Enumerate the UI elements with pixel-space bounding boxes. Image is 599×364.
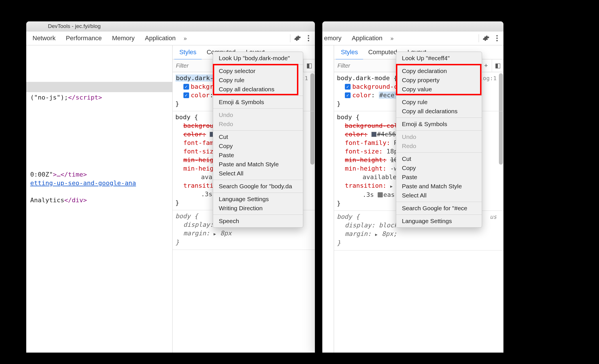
context-menu-value: Look Up "#eceff4" Copy declaration Copy … xyxy=(396,52,482,228)
ctx-paste[interactable]: Paste xyxy=(396,173,482,182)
svg-point-5 xyxy=(496,40,498,41)
kebab-icon[interactable] xyxy=(303,33,314,44)
elements-pane-sliver xyxy=(322,45,334,353)
ctx-undo: Undo xyxy=(396,132,482,141)
ctx-paste-match-style[interactable]: Paste and Match Style xyxy=(213,160,303,169)
ctx-copy-property[interactable]: Copy property xyxy=(396,76,482,85)
svg-point-0 xyxy=(308,35,309,37)
source-link[interactable]: etting-up-seo-and-google-ana xyxy=(30,179,136,187)
tab-network[interactable]: Network xyxy=(27,31,61,45)
ctx-lookup[interactable]: Look Up "#eceff4" xyxy=(396,54,482,63)
ua-label: us xyxy=(490,213,497,221)
tabs-overflow-icon[interactable]: » xyxy=(181,35,190,42)
window-title: DevTools - jec.fyi/blog xyxy=(48,23,101,29)
ctx-paste[interactable]: Paste xyxy=(213,151,303,160)
ctx-copy[interactable]: Copy xyxy=(213,141,303,151)
source-code: ("no-js");</script> 0:00Z">…</time> etti… xyxy=(30,93,136,205)
ctx-cut[interactable]: Cut xyxy=(396,154,482,163)
subtab-styles[interactable]: Styles xyxy=(336,45,363,60)
ctx-copy-all-declarations[interactable]: Copy all declarations xyxy=(213,85,303,94)
ctx-select-all[interactable]: Select All xyxy=(213,169,303,178)
checkbox-icon[interactable]: ✓ xyxy=(345,84,351,90)
ctx-copy-declaration[interactable]: Copy declaration xyxy=(396,66,482,76)
checkbox-icon[interactable]: ✓ xyxy=(183,92,189,98)
checkbox-icon[interactable]: ✓ xyxy=(345,92,351,98)
toggle-sidebar-icon[interactable]: ◧ xyxy=(492,59,503,72)
gear-icon[interactable] xyxy=(292,33,303,44)
ctx-emoji[interactable]: Emoji & Symbols xyxy=(396,120,482,129)
svg-point-3 xyxy=(496,35,498,37)
ctx-copy[interactable]: Copy xyxy=(396,163,482,173)
ctx-writing-direction[interactable]: Writing Direction xyxy=(213,204,303,213)
tab-performance[interactable]: Performance xyxy=(61,31,107,45)
main-tabs: emory Application » xyxy=(322,31,503,45)
ctx-redo: Redo xyxy=(396,141,482,151)
gear-icon[interactable] xyxy=(481,33,491,44)
tab-application[interactable]: Application xyxy=(140,31,181,45)
source-highlight xyxy=(26,82,172,92)
ctx-select-all[interactable]: Select All xyxy=(396,191,482,200)
toggle-sidebar-icon[interactable]: ◧ xyxy=(303,59,315,72)
ctx-undo: Undo xyxy=(213,110,303,120)
svg-point-2 xyxy=(308,40,309,41)
ctx-copy-rule[interactable]: Copy rule xyxy=(396,98,482,107)
kebab-icon[interactable] xyxy=(491,33,502,44)
window-titlebar xyxy=(322,21,503,31)
window-titlebar: DevTools - jec.fyi/blog xyxy=(26,21,315,31)
tab-memory[interactable]: emory xyxy=(323,31,347,45)
ctx-copy-value[interactable]: Copy value xyxy=(396,85,482,94)
ctx-language-settings[interactable]: Language Settings xyxy=(396,217,482,226)
ctx-emoji[interactable]: Emoji & Symbols xyxy=(213,98,303,107)
svg-point-4 xyxy=(496,38,498,39)
ctx-speech[interactable]: Speech xyxy=(213,217,303,226)
ctx-lookup[interactable]: Look Up "body.dark-mode" xyxy=(213,54,303,63)
color-swatch-icon[interactable] xyxy=(371,132,377,137)
svg-point-1 xyxy=(308,38,309,39)
ctx-search-google[interactable]: Search Google for "body.da xyxy=(213,182,303,191)
ctx-search-google[interactable]: Search Google for "#ece xyxy=(396,204,482,213)
context-menu-selector: Look Up "body.dark-mode" Copy selector C… xyxy=(213,52,303,228)
tab-application[interactable]: Application xyxy=(347,31,388,45)
checkbox-icon[interactable]: ✓ xyxy=(183,84,189,90)
ctx-language-settings[interactable]: Language Settings xyxy=(213,195,303,204)
ctx-paste-match-style[interactable]: Paste and Match Style xyxy=(396,182,482,191)
easing-icon[interactable] xyxy=(378,192,383,197)
ctx-redo: Redo xyxy=(213,120,303,129)
subtab-styles[interactable]: Styles xyxy=(174,45,202,60)
tabs-overflow-icon[interactable]: » xyxy=(388,35,396,42)
ctx-copy-selector[interactable]: Copy selector xyxy=(213,66,303,76)
ctx-copy-rule[interactable]: Copy rule xyxy=(213,76,303,85)
elements-pane[interactable]: ("no-js");</script> 0:00Z">…</time> etti… xyxy=(26,45,173,353)
tab-memory[interactable]: Memory xyxy=(107,31,140,45)
main-tabs: Network Performance Memory Application » xyxy=(26,31,315,45)
ctx-copy-all-declarations[interactable]: Copy all declarations xyxy=(396,107,482,116)
ctx-cut[interactable]: Cut xyxy=(213,132,303,141)
